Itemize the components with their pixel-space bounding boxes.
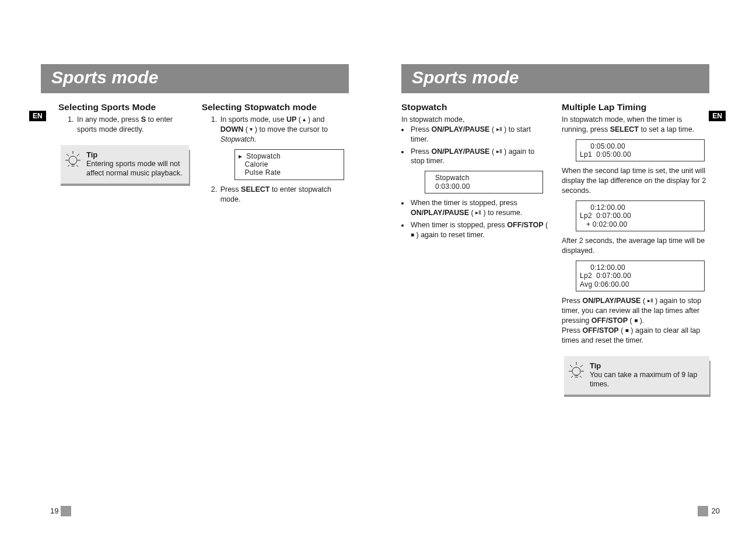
key-offstop: OFF/STOP <box>592 316 628 325</box>
stopwatch-bullets: Press ON/PLAY/PAUSE ( ▸Ⅱ ) to start time… <box>410 125 549 167</box>
lap-intro: In stopwatch mode, when the timer is run… <box>562 115 709 135</box>
text: ) to move the cursor to <box>253 125 328 133</box>
text: to set a lap time. <box>639 125 694 133</box>
key-s: S <box>141 115 146 124</box>
tip-box-left: Tip Entering sports mode will not affect… <box>61 145 189 184</box>
corner-square-right <box>698 506 708 516</box>
tip-title: Tip <box>590 361 704 371</box>
text: ( <box>544 221 548 229</box>
lap-para4: Press ON/PLAY/PAUSE ( ▸Ⅱ ) again to stop… <box>562 296 709 326</box>
lcd-lap-3: 0:12:00.00 Lp2 0:07:00.00 Avg 0:06:00.00 <box>576 261 705 291</box>
tip-title: Tip <box>86 150 183 160</box>
right-title: Sports mode <box>412 68 519 87</box>
text: ( <box>469 209 475 217</box>
text: ) again to reset timer. <box>414 231 485 239</box>
key-select: SELECT <box>610 125 639 133</box>
svg-point-0 <box>69 156 77 164</box>
heading-multiple-lap: Multiple Lap Timing <box>562 101 709 114</box>
left-col1: Selecting Sports Mode In any mode, press… <box>41 101 189 207</box>
key-onplaypause: ON/PLAY/PAUSE <box>411 209 469 217</box>
text: ( <box>489 147 496 156</box>
left-columns: Selecting Sports Mode In any mode, press… <box>41 101 349 207</box>
left-page: Sports mode EN Selecting Sports Mode In … <box>0 0 378 556</box>
manual-spread: Sports mode EN Selecting Sports Mode In … <box>0 0 756 556</box>
text: Press <box>562 326 582 335</box>
key-offstop: OFF/STOP <box>582 326 618 335</box>
key-onplaypause: ON/PLAY/PAUSE <box>582 297 640 305</box>
play-pause-icon: ▸Ⅱ <box>475 209 481 217</box>
heading-stopwatch: Stopwatch <box>401 101 549 114</box>
right-col2: Multiple Lap Timing In stopwatch mode, w… <box>562 101 709 395</box>
key-onplaypause: ON/PLAY/PAUSE <box>431 147 489 156</box>
play-pause-icon: ▸Ⅱ <box>496 147 502 156</box>
text: ( <box>243 125 250 133</box>
key-down: DOWN <box>220 125 244 133</box>
list-item: Press ON/PLAY/PAUSE ( ▸Ⅱ ) again to stop… <box>410 147 549 167</box>
key-onplaypause: ON/PLAY/PAUSE <box>431 125 489 133</box>
right-page: Sports mode EN Stopwatch In stopwatch mo… <box>378 0 756 556</box>
left-title-bar: Sports mode <box>41 64 349 93</box>
list-item: In any mode, press S to enter sports mod… <box>76 115 189 135</box>
lcd-lap-1: 0:05:00.00 Lp1 0:05:00.00 <box>576 139 705 162</box>
list-item: When the timer is stopped, press ON/PLAY… <box>410 198 549 218</box>
list-item: When timer is stopped, press OFF/STOP ( … <box>410 220 549 240</box>
text: ( <box>296 115 303 124</box>
tip-box-right: Tip You can take a maximum of 9 lap time… <box>564 356 709 395</box>
text: In any mode, press <box>77 115 141 124</box>
key-select: SELECT <box>241 185 270 193</box>
lightbulb-icon <box>566 360 586 382</box>
lap-para5: Press OFF/STOP ( ■ ) again to clear all … <box>562 326 709 346</box>
text: Press <box>220 185 241 193</box>
text: ( <box>619 326 625 335</box>
key-up: UP <box>286 115 296 124</box>
tip-inner: Tip You can take a maximum of 9 lap time… <box>564 356 709 395</box>
text: In sports mode, use <box>220 115 286 124</box>
lap-para3: After 2 seconds, the average lap time wi… <box>562 236 709 256</box>
right-columns: Stopwatch In stopwatch mode, Press ON/PL… <box>401 101 709 395</box>
lang-tag-left: EN <box>29 111 46 121</box>
list-item: Press ON/PLAY/PAUSE ( ▸Ⅱ ) to start time… <box>410 125 549 145</box>
text: ( <box>489 125 496 133</box>
tip-inner: Tip Entering sports mode will not affect… <box>61 145 189 184</box>
text: When timer is stopped, press <box>411 221 507 229</box>
text: ) and <box>306 115 324 124</box>
svg-point-1 <box>572 367 580 375</box>
text: Press <box>411 125 431 133</box>
lcd-stopwatch-1: Stopwatch 0:03:00.00 <box>425 171 543 193</box>
text: When the timer is stopped, press <box>411 199 517 207</box>
page-number-left: 19 <box>50 506 58 515</box>
left-col2: Selecting Stopwatch mode In sports mode,… <box>202 101 349 207</box>
lcd-menu: ▸ Stopwatch Calorie Pulse Rate <box>235 149 344 180</box>
lcd-lap-2: 0:12:00.00 Lp2 0:07:00.00 + 0:02:00.00 <box>576 200 705 231</box>
lang-tag-right: EN <box>709 111 726 121</box>
corner-square-left <box>61 506 71 516</box>
play-pause-icon: ▸Ⅱ <box>648 297 653 305</box>
left-title: Sports mode <box>51 68 158 87</box>
stopwatch-bullets-2: When the timer is stopped, press ON/PLAY… <box>410 198 549 240</box>
key-offstop: OFF/STOP <box>507 221 543 229</box>
heading-selecting-sports: Selecting Sports Mode <box>58 101 189 114</box>
page-number-right: 20 <box>712 506 720 515</box>
target-stopwatch: Stopwatch. <box>220 135 257 143</box>
stopwatch-mode-steps: In sports mode, use UP ( ▴ ) and DOWN ( … <box>219 115 349 205</box>
right-col1: Stopwatch In stopwatch mode, Press ON/PL… <box>401 101 549 395</box>
text: ). <box>638 316 644 325</box>
stopwatch-intro: In stopwatch mode, <box>401 115 549 125</box>
text: ( <box>628 316 634 325</box>
heading-selecting-stopwatch: Selecting Stopwatch mode <box>202 101 349 114</box>
tip-text: You can take a maximum of 9 lap times. <box>590 371 704 389</box>
list-item: In sports mode, use UP ( ▴ ) and DOWN ( … <box>219 115 349 180</box>
lap-para2: When the second lap time is set, the uni… <box>562 166 709 196</box>
right-title-bar: Sports mode <box>401 64 709 93</box>
list-item: Press SELECT to enter stopwatch mode. <box>219 185 349 205</box>
text: Press <box>562 297 582 305</box>
text: ( <box>640 297 647 305</box>
play-pause-icon: ▸Ⅱ <box>496 125 502 133</box>
lightbulb-icon <box>63 149 83 171</box>
text: Press <box>411 147 431 156</box>
tip-text: Entering sports mode will not affect nor… <box>86 160 183 178</box>
sports-mode-steps: In any mode, press S to enter sports mod… <box>76 115 189 135</box>
text: ) to resume. <box>481 209 522 217</box>
